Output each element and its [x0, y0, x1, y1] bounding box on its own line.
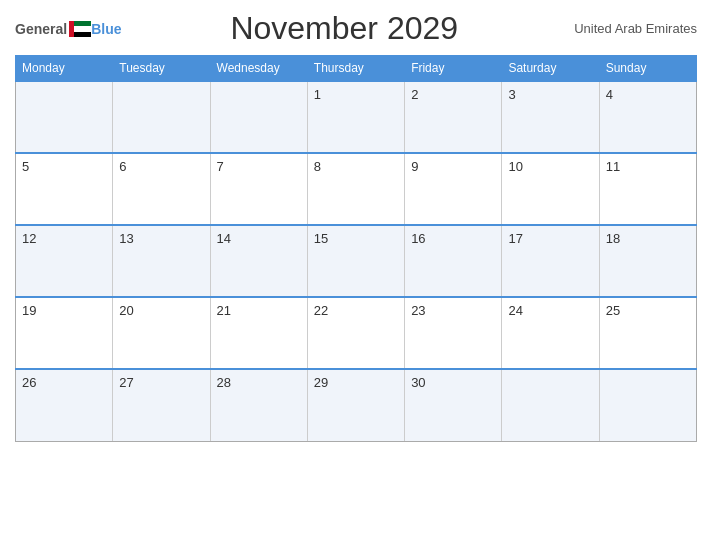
calendar-week-row: 12131415161718: [16, 225, 697, 297]
day-number: 10: [508, 159, 522, 174]
calendar-day-cell: 25: [599, 297, 696, 369]
day-number: 28: [217, 375, 231, 390]
calendar-week-row: 1234: [16, 81, 697, 153]
calendar-day-cell: 10: [502, 153, 599, 225]
calendar-day-cell: [210, 81, 307, 153]
month-title: November 2029: [121, 10, 567, 47]
weekday-header-row: MondayTuesdayWednesdayThursdayFridaySatu…: [16, 56, 697, 82]
day-number: 9: [411, 159, 418, 174]
logo-blue-text: Blue: [91, 21, 121, 37]
day-number: 16: [411, 231, 425, 246]
day-number: 11: [606, 159, 620, 174]
weekday-header-monday: Monday: [16, 56, 113, 82]
day-number: 25: [606, 303, 620, 318]
calendar-day-cell: 18: [599, 225, 696, 297]
calendar-day-cell: [599, 369, 696, 441]
calendar-day-cell: 17: [502, 225, 599, 297]
weekday-header-sunday: Sunday: [599, 56, 696, 82]
svg-rect-2: [74, 32, 91, 37]
calendar-day-cell: [16, 81, 113, 153]
calendar-day-cell: 12: [16, 225, 113, 297]
calendar-day-cell: 23: [405, 297, 502, 369]
calendar-day-cell: [502, 369, 599, 441]
day-number: 13: [119, 231, 133, 246]
calendar-day-cell: 21: [210, 297, 307, 369]
calendar-day-cell: 19: [16, 297, 113, 369]
logo: General Blue: [15, 21, 121, 37]
calendar-day-cell: 20: [113, 297, 210, 369]
day-number: 7: [217, 159, 224, 174]
calendar-day-cell: 9: [405, 153, 502, 225]
weekday-header-friday: Friday: [405, 56, 502, 82]
calendar-day-cell: 11: [599, 153, 696, 225]
day-number: 29: [314, 375, 328, 390]
day-number: 19: [22, 303, 36, 318]
calendar-day-cell: [113, 81, 210, 153]
svg-rect-0: [74, 21, 91, 26]
day-number: 4: [606, 87, 613, 102]
day-number: 30: [411, 375, 425, 390]
day-number: 27: [119, 375, 133, 390]
day-number: 12: [22, 231, 36, 246]
calendar-day-cell: 1: [307, 81, 404, 153]
calendar-week-row: 567891011: [16, 153, 697, 225]
day-number: 21: [217, 303, 231, 318]
calendar-table: MondayTuesdayWednesdayThursdayFridaySatu…: [15, 55, 697, 442]
calendar-day-cell: 5: [16, 153, 113, 225]
calendar-day-cell: 22: [307, 297, 404, 369]
day-number: 24: [508, 303, 522, 318]
day-number: 5: [22, 159, 29, 174]
calendar-day-cell: 29: [307, 369, 404, 441]
weekday-header-thursday: Thursday: [307, 56, 404, 82]
day-number: 23: [411, 303, 425, 318]
calendar-day-cell: 30: [405, 369, 502, 441]
calendar-week-row: 2627282930: [16, 369, 697, 441]
day-number: 18: [606, 231, 620, 246]
calendar-header: General Blue November 2029 United Arab E…: [15, 10, 697, 47]
calendar-day-cell: 15: [307, 225, 404, 297]
calendar-day-cell: 7: [210, 153, 307, 225]
calendar-day-cell: 2: [405, 81, 502, 153]
calendar-day-cell: 24: [502, 297, 599, 369]
day-number: 22: [314, 303, 328, 318]
day-number: 20: [119, 303, 133, 318]
day-number: 17: [508, 231, 522, 246]
day-number: 8: [314, 159, 321, 174]
country-label: United Arab Emirates: [567, 21, 697, 36]
day-number: 3: [508, 87, 515, 102]
calendar-day-cell: 14: [210, 225, 307, 297]
logo-flag-icon: [69, 21, 91, 37]
weekday-header-tuesday: Tuesday: [113, 56, 210, 82]
calendar-day-cell: 13: [113, 225, 210, 297]
day-number: 15: [314, 231, 328, 246]
logo-general-text: General: [15, 21, 67, 37]
weekday-header-saturday: Saturday: [502, 56, 599, 82]
day-number: 6: [119, 159, 126, 174]
day-number: 2: [411, 87, 418, 102]
day-number: 26: [22, 375, 36, 390]
calendar-week-row: 19202122232425: [16, 297, 697, 369]
svg-rect-1: [74, 26, 91, 32]
weekday-header-wednesday: Wednesday: [210, 56, 307, 82]
day-number: 1: [314, 87, 321, 102]
calendar-day-cell: 3: [502, 81, 599, 153]
calendar-day-cell: 16: [405, 225, 502, 297]
svg-rect-3: [69, 21, 74, 37]
calendar-day-cell: 4: [599, 81, 696, 153]
calendar-day-cell: 8: [307, 153, 404, 225]
calendar-day-cell: 26: [16, 369, 113, 441]
calendar-day-cell: 28: [210, 369, 307, 441]
calendar-container: General Blue November 2029 United Arab E…: [0, 0, 712, 550]
day-number: 14: [217, 231, 231, 246]
calendar-day-cell: 6: [113, 153, 210, 225]
calendar-day-cell: 27: [113, 369, 210, 441]
